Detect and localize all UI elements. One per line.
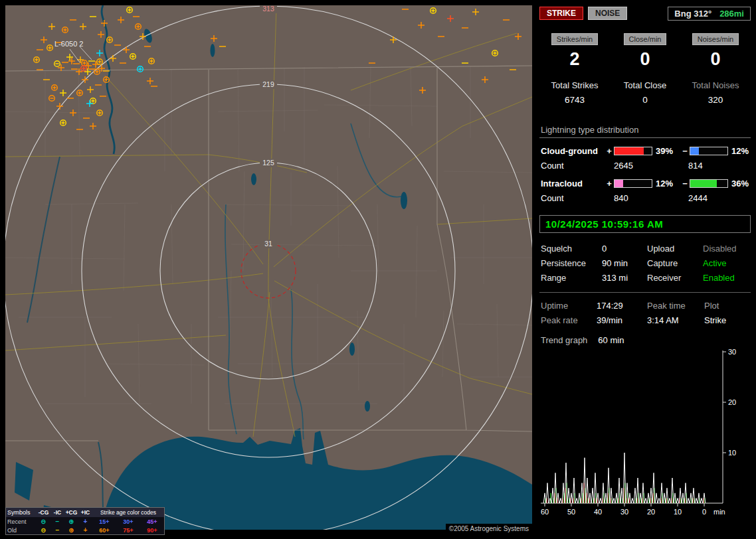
map-canvas[interactable]: 31321912531 L-6050 2 [5, 5, 532, 530]
cg-negative-pct: 12% [728, 146, 752, 156]
legend-col-pos-cg: +CG [64, 509, 78, 516]
ring-label-219: 219 [262, 80, 274, 88]
receiver-label: Receiver [647, 273, 703, 283]
copyright-text: ©2005 Astrogenic Systems [446, 524, 532, 534]
trend-x-unit: min [713, 508, 725, 516]
peak-time-label: Peak time [647, 301, 704, 311]
uptime-label: Uptime [541, 301, 597, 311]
legend-symbols-header: Symbols [7, 509, 37, 516]
noise-button[interactable]: NOISE [588, 7, 627, 20]
old-neg-ic-icon: − [50, 527, 64, 534]
noises-per-min-value: 0 [680, 49, 751, 70]
station-label: L-6050 2 [54, 40, 83, 48]
age-90: 90+ [140, 527, 164, 534]
legend-col-neg-ic: -IC [50, 509, 64, 516]
trend-header: Trend graph 60 min [539, 335, 751, 345]
peak-rate-value: 39/min [597, 315, 647, 325]
receiver-status: Enabled [703, 273, 749, 283]
intracloud-row: Intracloud + 12% − 36% [539, 179, 751, 189]
ic-positive-bar [614, 179, 652, 188]
bearing-label: Bng 312° [674, 9, 711, 19]
total-strikes-label: Total Strikes [539, 80, 610, 90]
intracloud-count-row: Count 840 2444 [539, 193, 751, 203]
legend-row-recent-label: Recent [7, 518, 37, 525]
trend-xtick: 60 [541, 508, 549, 516]
trend-xtick: 10 [674, 508, 682, 516]
legend-col-neg-cg: -CG [37, 509, 50, 516]
ic-positive-count: 840 [605, 193, 679, 203]
strikes-per-min-value: 2 [539, 49, 610, 70]
trend-window-value: 60 min [598, 335, 624, 345]
panel-topbar: STRIKE NOISE Bng 312° 286mi [539, 5, 751, 21]
noises-per-min-button[interactable]: Noises/min [692, 33, 739, 45]
totals-row: Total Strikes 6743 Total Close 0 Total N… [539, 80, 751, 105]
squelch-label: Squelch [541, 244, 602, 254]
stats-grid: Uptime 174:29 Peak time Plot Peak rate 3… [539, 301, 751, 325]
ring-label-125: 125 [262, 159, 274, 167]
age-45: 45+ [140, 518, 164, 525]
datetime-display: 10/24/2025 10:59:16 AM [539, 215, 751, 233]
range-label: Range [541, 273, 602, 283]
cg-positive-count: 2645 [605, 161, 679, 171]
cg-negative-count: 814 [679, 161, 752, 171]
ring-label-31: 31 [264, 240, 272, 248]
cg-negative-bar [690, 147, 728, 155]
ic-negative-pct: 36% [728, 179, 752, 189]
intracloud-label: Intracloud [541, 179, 605, 189]
capture-status: Active [703, 258, 749, 268]
total-noises-label: Total Noises [680, 80, 751, 90]
total-strikes-value: 6743 [539, 95, 610, 105]
squelch-value: 0 [602, 244, 647, 254]
count-label: Count [541, 161, 605, 171]
map-legend: Symbols -CG -IC +CG +IC Strike age color… [5, 507, 165, 535]
bearing-display: Bng 312° 286mi [668, 7, 751, 21]
control-panel: STRIKE NOISE Bng 312° 286mi Strikes/min … [539, 5, 751, 534]
count-label: Count [541, 193, 605, 203]
upload-status: Disabled [703, 244, 749, 254]
strike-button[interactable]: STRIKE [539, 7, 583, 20]
strikes-per-min-button[interactable]: Strikes/min [551, 33, 598, 45]
plot-value: Strike [704, 315, 744, 325]
old-neg-cg-icon: ⊖ [37, 527, 50, 534]
map-view[interactable]: 31321912531 L-6050 2 Symbols -CG -IC +CG… [5, 5, 532, 530]
persistence-value: 90 min [602, 258, 647, 268]
recent-neg-cg-icon: ⊖ [37, 518, 50, 525]
peak-rate-label: Peak rate [541, 315, 597, 325]
recent-neg-ic-icon: − [50, 518, 64, 525]
age-60: 60+ [92, 527, 116, 534]
trend-ytick: 20 [728, 398, 736, 406]
trend-xtick: 20 [647, 508, 655, 516]
age-30: 30+ [116, 518, 140, 525]
cloud-ground-row: Cloud-ground + 39% − 12% [539, 146, 751, 156]
age-75: 75+ [116, 527, 140, 534]
divider [539, 292, 751, 293]
close-per-min-button[interactable]: Close/min [624, 33, 667, 45]
ring-label-313: 313 [262, 5, 274, 13]
recent-pos-ic-icon: + [78, 518, 92, 525]
total-close-value: 0 [610, 95, 680, 105]
trend-xtick: 40 [594, 508, 602, 516]
ic-negative-bar [690, 179, 728, 188]
upload-label: Upload [647, 244, 703, 254]
legend-age-header: Strike age color codes [92, 509, 164, 516]
trend-xtick: 0 [702, 508, 706, 516]
plot-label: Plot [704, 301, 744, 311]
old-pos-cg-icon: ⊕ [64, 527, 78, 534]
total-noises-value: 320 [680, 95, 751, 105]
trend-graph-label: Trend graph [541, 335, 587, 345]
persistence-label: Persistence [541, 258, 602, 268]
uptime-value: 174:29 [597, 301, 647, 311]
trend-xtick: 50 [567, 508, 575, 516]
cg-positive-pct: 39% [652, 146, 680, 156]
minus-sign: − [680, 146, 690, 156]
old-pos-ic-icon: + [78, 527, 92, 534]
cloud-ground-label: Cloud-ground [541, 146, 605, 156]
app-window: 31321912531 L-6050 2 Symbols -CG -IC +CG… [0, 0, 756, 539]
range-value: 313 mi [602, 273, 647, 283]
settings-grid: Squelch 0 Upload Disabled Persistence 90… [539, 244, 751, 283]
bearing-distance: 286mi [719, 9, 744, 19]
rate-buttons-row: Strikes/min Close/min Noises/min [539, 33, 751, 45]
capture-label: Capture [647, 258, 703, 268]
trend-ytick: 30 [728, 348, 736, 356]
recent-pos-cg-icon: ⊕ [64, 518, 78, 525]
